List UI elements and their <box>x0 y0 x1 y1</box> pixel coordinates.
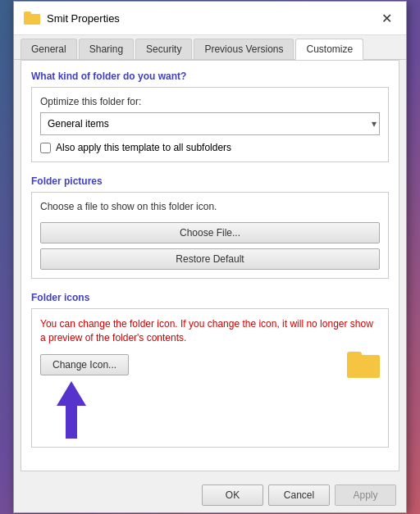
apply-button[interactable]: Apply <box>335 484 396 506</box>
ok-button[interactable]: OK <box>202 484 263 506</box>
folder-pictures-desc: Choose a file to show on this folder ico… <box>40 201 380 212</box>
dialog-footer: OK Cancel Apply <box>14 478 406 512</box>
choose-file-button[interactable]: Choose File... <box>40 222 380 243</box>
tab-previous-versions[interactable]: Previous Versions <box>194 39 294 59</box>
up-arrow-icon <box>57 381 86 439</box>
subfolders-label[interactable]: Also apply this template to all subfolde… <box>56 142 231 153</box>
folder-icons-desc: You can change the folder icon. If you c… <box>40 317 380 345</box>
properties-dialog: Smit Properties ✕ General Sharing Securi… <box>13 1 407 513</box>
dialog-title: Smit Properties <box>47 12 120 25</box>
optimize-select[interactable]: General items Documents Pictures Music V… <box>40 112 380 135</box>
tab-sharing[interactable]: Sharing <box>79 39 134 59</box>
close-button[interactable]: ✕ <box>377 8 396 28</box>
arrow-shaft <box>66 406 77 439</box>
folder-icons-title: Folder icons <box>31 292 389 303</box>
folder-kind-title: What kind of folder do you want? <box>31 71 389 82</box>
tab-security[interactable]: Security <box>135 39 192 59</box>
tab-customize[interactable]: Customize <box>295 39 363 60</box>
folder-icons-section: Folder icons You can change the folder i… <box>31 292 389 448</box>
folder-pictures-section: Folder pictures Choose a file to show on… <box>31 175 389 279</box>
folder-icons-row: Change Icon... <box>40 352 380 378</box>
folder-icon <box>24 11 40 25</box>
folder-icons-body: You can change the folder icon. If you c… <box>31 308 389 448</box>
arrow-indicator <box>40 381 380 439</box>
optimize-label: Optimize this folder for: <box>40 96 380 107</box>
tab-general[interactable]: General <box>21 39 77 59</box>
title-bar-left: Smit Properties <box>24 11 120 25</box>
folder-kind-section: What kind of folder do you want? Optimiz… <box>31 71 389 162</box>
folder-pictures-title: Folder pictures <box>31 175 389 187</box>
folder-preview-icon <box>347 352 380 378</box>
restore-default-button[interactable]: Restore Default <box>40 248 380 270</box>
folder-kind-body: Optimize this folder for: General items … <box>31 87 389 162</box>
subfolders-row: Also apply this template to all subfolde… <box>40 142 380 153</box>
title-bar: Smit Properties ✕ <box>14 2 406 35</box>
subfolders-checkbox[interactable] <box>40 143 51 153</box>
folder-pictures-body: Choose a file to show on this folder ico… <box>31 192 389 279</box>
cancel-button[interactable]: Cancel <box>268 484 330 506</box>
main-content: What kind of folder do you want? Optimiz… <box>21 60 399 471</box>
arrow-head <box>57 381 86 406</box>
tab-bar: General Sharing Security Previous Versio… <box>14 35 406 60</box>
optimize-select-wrapper: General items Documents Pictures Music V… <box>40 112 380 135</box>
change-icon-button[interactable]: Change Icon... <box>40 354 129 375</box>
